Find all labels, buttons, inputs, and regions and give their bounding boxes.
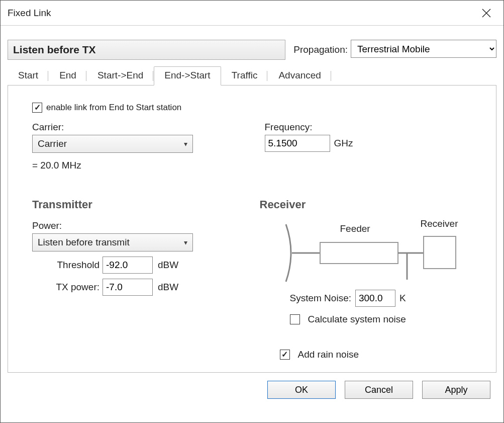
carrier-label: Carrier:: [32, 122, 240, 133]
power-label: Power:: [32, 220, 245, 231]
chevron-down-icon: ▾: [184, 238, 187, 246]
tab-start[interactable]: Start: [8, 67, 49, 85]
propagation-select[interactable]: Terrestrial Mobile: [351, 40, 496, 58]
frequency-column: Frequency: GHz: [265, 122, 472, 171]
transmitter-column: Transmitter Power: Listen before transmi…: [32, 180, 245, 360]
frequency-label: Frequency:: [265, 122, 472, 133]
close-icon: [482, 9, 491, 18]
dialog-window: Fixed Link Listen before TX Propagation:…: [0, 0, 504, 423]
threshold-unit: dBW: [158, 260, 178, 271]
close-button[interactable]: [476, 3, 496, 23]
tab-end-start[interactable]: End->Start: [154, 66, 221, 86]
system-noise-unit: K: [399, 293, 406, 304]
svg-rect-5: [424, 236, 456, 269]
titlebar: Fixed Link: [1, 1, 503, 26]
button-row: OK Cancel Apply: [8, 373, 496, 406]
receiver-column: Receiver Feeder Receiver: [260, 180, 472, 360]
tab-advanced[interactable]: Advanced: [268, 67, 332, 85]
threshold-label: Threshold: [47, 260, 103, 271]
tabs-wrap: Start End Start->End End->Start Traffic …: [8, 66, 496, 373]
receiver-diagram: Feeder Receiver: [275, 220, 456, 286]
threshold-row: Threshold dBW: [47, 257, 245, 274]
txpower-label: TX power:: [47, 282, 103, 293]
carrier-select[interactable]: Carrier ▾: [32, 135, 193, 153]
receiver-head: Receiver: [260, 198, 472, 211]
diagram-feeder-label: Feeder: [340, 223, 370, 234]
link-name-field[interactable]: Listen before TX: [8, 40, 285, 60]
system-noise-input[interactable]: [355, 290, 395, 307]
tab-end[interactable]: End: [49, 67, 87, 85]
carrier-eq: = 20.0 MHz: [32, 160, 240, 171]
carrier-column: Carrier: Carrier ▾ = 20.0 MHz: [32, 122, 240, 171]
tab-panel-end-start: enable link from End to Start station Ca…: [8, 85, 496, 373]
diagram-receiver-label: Receiver: [421, 218, 458, 229]
tx-rx-columns: Transmitter Power: Listen before transmi…: [32, 180, 472, 360]
calc-system-noise-checkbox[interactable]: [290, 314, 300, 324]
content-area: Listen before TX Propagation: Terrestria…: [1, 26, 503, 422]
add-rain-noise-label: Add rain noise: [298, 349, 359, 360]
frequency-input[interactable]: [265, 135, 330, 152]
window-title: Fixed Link: [8, 8, 476, 19]
add-rain-noise-checkbox[interactable]: [280, 350, 290, 360]
system-noise-row: System Noise: K: [290, 290, 472, 307]
propagation-label: Propagation:: [290, 40, 351, 60]
enable-link-checkbox[interactable]: [32, 103, 42, 113]
power-select[interactable]: Listen before transmit ▾: [32, 233, 193, 251]
cancel-button[interactable]: Cancel: [345, 381, 413, 399]
tab-start-end[interactable]: Start->End: [87, 67, 154, 85]
calc-system-noise-label: Calculate system noise: [308, 314, 406, 325]
enable-row: enable link from End to Start station: [32, 103, 472, 113]
transmitter-head: Transmitter: [32, 198, 245, 211]
svg-rect-3: [320, 242, 398, 264]
tab-traffic[interactable]: Traffic: [221, 67, 268, 85]
txpower-unit: dBW: [158, 282, 178, 293]
rain-noise-row: Add rain noise: [280, 349, 472, 360]
system-noise-label: System Noise:: [290, 293, 351, 304]
ok-button[interactable]: OK: [267, 381, 336, 399]
enable-link-label: enable link from End to Start station: [46, 103, 181, 113]
frequency-unit: GHz: [334, 138, 353, 149]
header-row: Listen before TX Propagation: Terrestria…: [8, 40, 496, 60]
apply-button[interactable]: Apply: [422, 381, 490, 399]
txpower-row: TX power: dBW: [47, 279, 245, 296]
threshold-input[interactable]: [103, 257, 153, 274]
calc-noise-row: Calculate system noise: [290, 314, 472, 325]
power-value: Listen before transmit: [38, 237, 130, 248]
carrier-freq-columns: Carrier: Carrier ▾ = 20.0 MHz Frequency:…: [32, 122, 472, 171]
carrier-value: Carrier: [38, 138, 67, 149]
tabs: Start End Start->End End->Start Traffic …: [8, 66, 496, 85]
chevron-down-icon: ▾: [184, 140, 187, 148]
txpower-input[interactable]: [103, 279, 153, 296]
